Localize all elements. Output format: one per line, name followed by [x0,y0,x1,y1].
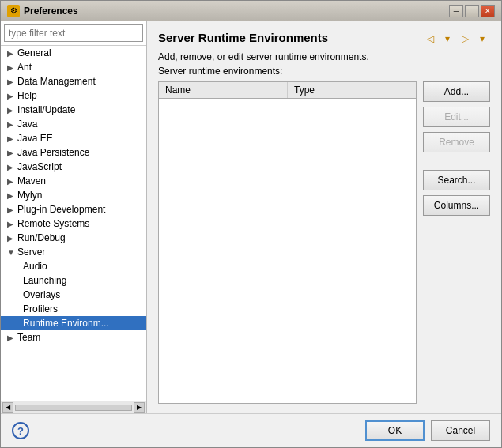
sidebar-item-label: General [17,47,51,58]
sidebar-item-label: Install/Update [17,104,75,115]
window-controls: ─ □ ✕ [449,5,495,17]
dialog-title: Preferences [24,6,78,17]
maximize-button[interactable]: □ [465,5,479,17]
expand-arrow: ▶ [7,191,15,200]
close-button[interactable]: ✕ [481,5,495,17]
column-header-name: Name [159,82,288,98]
expand-arrow: ▶ [7,234,15,243]
nav-forward-button[interactable]: ▷ [457,31,473,47]
sidebar-item-label: Team [17,332,40,343]
sidebar-item-label: Overlays [23,289,60,300]
sidebar-item-label: Help [17,90,37,101]
scroll-left-button[interactable]: ◀ [2,402,13,413]
sidebar-item-remote-systems[interactable]: ▶ Remote Systems [1,216,146,231]
main-content: ▶ General ▶ Ant ▶ Data Management ▶ Help… [1,21,501,413]
sidebar-item-label: Plug-in Development [17,204,105,215]
scroll-right-button[interactable]: ▶ [134,402,145,413]
action-buttons: Add... Edit... Remove Search... Columns.… [423,81,490,404]
expand-arrow: ▶ [7,120,15,129]
search-button[interactable]: Search... [423,170,490,190]
expand-arrow: ▶ [7,134,15,143]
sidebar-item-launching[interactable]: Launching [1,273,146,288]
table-header: Name Type [159,82,416,99]
sidebar-item-label: Ant [17,62,32,73]
scroll-track[interactable] [15,405,132,411]
expand-arrow: ▶ [7,92,15,100]
sidebar-item-install-update[interactable]: ▶ Install/Update [1,103,146,117]
right-panel: Server Runtime Environments ◁ ▾ ▷ ▾ Add,… [147,21,501,413]
remove-button[interactable]: Remove [423,132,490,152]
expand-arrow: ▶ [7,63,15,72]
expand-arrow: ▼ [7,248,15,257]
sidebar-item-label: Launching [23,275,66,286]
sidebar-item-ant[interactable]: ▶ Ant [1,60,146,74]
sidebar-item-label: Data Management [17,76,96,87]
sidebar-item-team[interactable]: ▶ Team [1,330,146,344]
sidebar-item-label: Runtime Environm... [23,318,109,329]
sidebar-item-java-persistence[interactable]: ▶ Java Persistence [1,145,146,160]
minimize-button[interactable]: ─ [449,5,463,17]
sidebar-item-profilers[interactable]: Profilers [1,302,146,316]
sidebar-item-server[interactable]: ▼ Server [1,245,146,259]
sidebar-item-javascript[interactable]: ▶ JavaScript [1,160,146,174]
table-section: Name Type Add... Edit... Remove Search..… [158,81,490,404]
preferences-icon: ⚙ [7,5,20,17]
expand-arrow: ▶ [7,220,15,228]
filter-wrapper [1,21,146,46]
ok-button[interactable]: OK [365,420,425,441]
tree-area: ▶ General ▶ Ant ▶ Data Management ▶ Help… [1,46,146,401]
sidebar-item-audio[interactable]: Audio [1,259,146,273]
expand-arrow: ▶ [7,149,15,157]
sidebar-item-java-ee[interactable]: ▶ Java EE [1,131,146,145]
sidebar-item-label: Java Persistence [17,147,89,158]
sidebar-item-help[interactable]: ▶ Help [1,88,146,103]
sidebar-item-label: Run/Debug [17,232,66,243]
sidebar-item-runtime-environments[interactable]: Runtime Environm... [1,316,146,330]
sidebar-item-label: Java EE [17,133,53,144]
expand-arrow: ▶ [7,163,15,171]
sidebar-item-label: Remote Systems [17,218,89,229]
sidebar-item-label: Mylyn [17,190,42,201]
title-bar: ⚙ Preferences ─ □ ✕ [1,1,501,21]
sidebar-item-label: Audio [23,261,47,272]
sidebar-item-plugin-development[interactable]: ▶ Plug-in Development [1,202,146,216]
page-description: Add, remove, or edit server runtime envi… [158,51,490,62]
sidebar-item-data-management[interactable]: ▶ Data Management [1,74,146,88]
sub-label: Server runtime environments: [158,66,490,77]
preferences-dialog: ⚙ Preferences ─ □ ✕ ▶ General ▶ [0,0,502,448]
page-title: Server Runtime Environments [158,31,328,44]
sidebar-item-mylyn[interactable]: ▶ Mylyn [1,188,146,202]
help-button[interactable]: ? [12,422,29,439]
sidebar-item-label: Java [17,119,37,130]
right-header: Server Runtime Environments ◁ ▾ ▷ ▾ [158,31,490,47]
expand-arrow: ▶ [7,177,15,186]
preferences-icon-glyph: ⚙ [10,6,17,15]
expand-arrow: ▶ [7,333,15,342]
nav-dropdown2-button[interactable]: ▾ [474,31,490,47]
sidebar-item-general[interactable]: ▶ General [1,46,146,60]
expand-arrow: ▶ [7,205,15,214]
table-body [159,99,416,403]
runtime-environments-table[interactable]: Name Type [158,81,417,404]
sidebar-item-overlays[interactable]: Overlays [1,288,146,302]
sidebar-item-run-debug[interactable]: ▶ Run/Debug [1,231,146,245]
horizontal-scrollbar[interactable]: ◀ ▶ [1,401,146,413]
title-bar-left: ⚙ Preferences [7,5,78,17]
sidebar-item-label: JavaScript [17,161,62,172]
sidebar-item-maven[interactable]: ▶ Maven [1,174,146,188]
expand-arrow: ▶ [7,106,15,115]
column-header-type: Type [288,82,416,98]
add-button[interactable]: Add... [423,81,490,102]
cancel-button[interactable]: Cancel [431,420,490,441]
sidebar-item-java[interactable]: ▶ Java [1,117,146,131]
nav-back-button[interactable]: ◁ [422,31,438,47]
nav-dropdown-button[interactable]: ▾ [440,31,455,47]
sidebar-item-label: Maven [17,175,46,186]
bottom-bar: ? OK Cancel [1,413,501,447]
expand-arrow: ▶ [7,49,15,58]
filter-input[interactable] [4,24,143,42]
edit-button[interactable]: Edit... [423,107,490,127]
dialog-buttons: OK Cancel [365,420,490,441]
columns-button[interactable]: Columns... [423,195,490,216]
sidebar-item-label: Profilers [23,303,58,314]
